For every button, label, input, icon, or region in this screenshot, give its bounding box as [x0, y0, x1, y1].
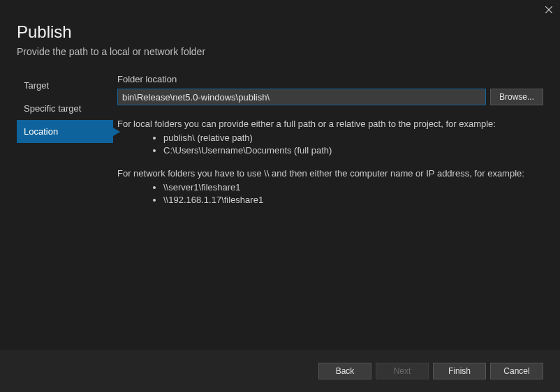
wizard-footer: Back Next Finish Cancel	[0, 350, 560, 392]
help-example: \\server1\fileshare1	[163, 181, 543, 194]
folder-location-label: Folder location	[117, 74, 543, 84]
help-example: C:\Users\Username\Documents (full path)	[163, 144, 543, 157]
finish-button[interactable]: Finish	[433, 363, 486, 379]
page-title: Publish	[17, 22, 560, 42]
help-network-intro: For network folders you have to use \\ a…	[117, 167, 543, 180]
help-example: \\192.168.1.17\fileshare1	[163, 194, 543, 206]
nav-item-specific-target[interactable]: Specific target	[17, 97, 113, 120]
nav-label: Location	[24, 126, 58, 137]
back-button[interactable]: Back	[318, 363, 371, 379]
close-icon[interactable]	[538, 0, 560, 20]
nav-item-location[interactable]: Location	[17, 120, 113, 143]
browse-button[interactable]: Browse...	[490, 89, 543, 105]
help-local-intro: For local folders you can provide either…	[117, 118, 543, 130]
nav-label: Specific target	[24, 103, 81, 114]
folder-location-input[interactable]	[117, 89, 486, 105]
cancel-button[interactable]: Cancel	[490, 363, 543, 379]
page-subtitle: Provide the path to a local or network f…	[17, 46, 560, 57]
next-button: Next	[376, 363, 429, 379]
nav-label: Target	[24, 80, 49, 91]
wizard-nav: Target Specific target Location	[17, 74, 113, 216]
nav-item-target[interactable]: Target	[17, 74, 113, 97]
help-text: For local folders you can provide either…	[117, 118, 543, 206]
help-example: publish\ (relative path)	[163, 132, 543, 144]
